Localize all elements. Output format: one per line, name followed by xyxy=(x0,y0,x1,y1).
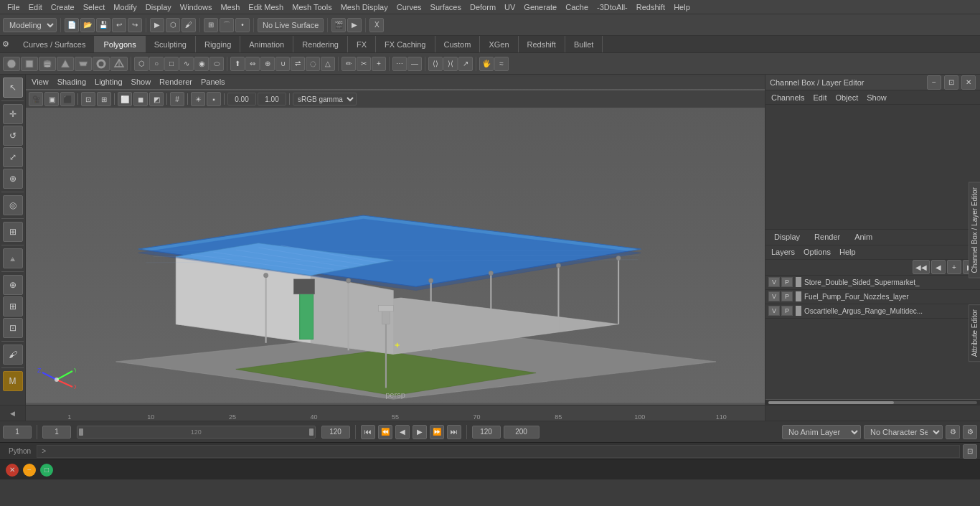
le-options-item[interactable]: Options xyxy=(801,248,834,256)
sculpt-icon[interactable]: 🖐 xyxy=(479,57,494,71)
vp-menu-shading[interactable]: Shading xyxy=(57,78,86,86)
tab-curves-surfaces[interactable]: Curves / Surfaces xyxy=(14,36,95,52)
go-start-button[interactable]: ⏮ xyxy=(361,425,375,439)
extrude-icon[interactable]: ⬆ xyxy=(230,57,245,71)
workspace-selector[interactable]: Modeling xyxy=(3,18,57,32)
platonic-icon[interactable] xyxy=(110,57,128,71)
layer-p-3[interactable]: P xyxy=(781,306,793,316)
undo-button[interactable]: ↩ xyxy=(112,18,126,32)
live-surface-label[interactable]: No Live Surface xyxy=(258,18,324,32)
new-scene-button[interactable]: 📄 xyxy=(65,18,79,32)
total-frame-field[interactable] xyxy=(504,426,540,439)
select-tool-button[interactable]: ▶ xyxy=(150,18,164,32)
play-forward-button[interactable]: ▶ xyxy=(413,425,427,439)
merge-icon[interactable]: ⊕ xyxy=(260,57,275,71)
smooth-icon[interactable]: ◌ xyxy=(306,57,320,71)
cylinder-icon[interactable] xyxy=(39,57,56,71)
range-right-handle[interactable] xyxy=(309,428,314,436)
cb-edit-item[interactable]: Edit xyxy=(810,93,829,102)
tab-rendering[interactable]: Rendering xyxy=(293,36,348,52)
custom-tool-3[interactable]: ⊡ xyxy=(3,318,23,338)
soccer-icon[interactable]: ◉ xyxy=(194,57,209,71)
snap-point-button[interactable]: • xyxy=(235,18,250,32)
anim-layer-selector[interactable]: No Anim Layer xyxy=(782,425,861,439)
extract-icon[interactable]: ↗ xyxy=(458,57,473,71)
range-left-handle[interactable] xyxy=(79,428,83,436)
menu-mesh-tools[interactable]: Mesh Tools xyxy=(288,0,336,14)
super-ellipse-icon[interactable]: ⬭ xyxy=(209,57,224,71)
vp-menu-panels[interactable]: Panels xyxy=(201,78,225,86)
python-input-bar[interactable]: > xyxy=(37,445,960,458)
move-tool[interactable]: ✛ xyxy=(3,104,23,124)
layer-row-1[interactable]: V P Store_Double_Sided_Supermarket_ xyxy=(765,276,980,290)
cut-icon[interactable]: ✂ xyxy=(357,57,371,71)
menu-help[interactable]: Help xyxy=(669,0,694,14)
connect-icon[interactable]: — xyxy=(407,57,422,71)
helix-icon[interactable]: ∿ xyxy=(179,57,194,71)
tab-animation[interactable]: Animation xyxy=(240,36,293,52)
ring-icon[interactable]: ○ xyxy=(149,57,164,71)
menu-deform[interactable]: Deform xyxy=(466,0,500,14)
attribute-editor-side-tab[interactable]: Attribute Editor xyxy=(969,304,980,362)
panel-minimize-icon[interactable]: − xyxy=(927,75,941,90)
render-button[interactable]: 🎬 xyxy=(331,18,346,32)
mirror-icon[interactable]: ⇌ xyxy=(291,57,305,71)
boolean-icon[interactable]: ∪ xyxy=(275,57,290,71)
separate-icon[interactable]: ⟩⟨ xyxy=(443,57,458,71)
paint-select-button[interactable]: 🖌 xyxy=(182,18,196,32)
start-frame-field[interactable] xyxy=(42,426,71,439)
frame-range-bar[interactable]: 120 xyxy=(77,426,316,439)
tab-fx[interactable]: FX xyxy=(348,36,376,52)
script-editor-button[interactable]: ⊡ xyxy=(963,444,977,459)
vp-texture-btn[interactable]: ◩ xyxy=(149,92,164,106)
cone-icon[interactable] xyxy=(57,57,74,71)
vp-smooth-btn[interactable]: ◼ xyxy=(133,92,148,106)
vp-camera-btn[interactable]: 🎥 xyxy=(29,92,43,106)
viewport[interactable]: View Shading Lighting Show Renderer Pane… xyxy=(26,75,765,405)
pencil-icon[interactable]: ✏ xyxy=(341,57,356,71)
vp-resolution-btn[interactable]: ⬛ xyxy=(60,92,75,106)
layer-add[interactable]: + xyxy=(947,260,961,274)
next-frame-button[interactable]: ⏩ xyxy=(430,425,444,439)
tab-custom[interactable]: Custom xyxy=(435,36,481,52)
scale-tool[interactable]: ⤢ xyxy=(3,147,23,167)
pipe-icon[interactable]: □ xyxy=(164,57,179,71)
disk-icon[interactable]: ⬡ xyxy=(134,57,149,71)
menu-create[interactable]: Create xyxy=(47,0,79,14)
menu-curves[interactable]: Curves xyxy=(392,0,426,14)
xgen-button[interactable]: X xyxy=(369,18,384,32)
le-layers-item[interactable]: Layers xyxy=(768,248,798,256)
vp-menu-show[interactable]: Show xyxy=(131,78,151,86)
vp-colorspace-select[interactable]: sRGB gamma xyxy=(293,93,357,106)
scene-options[interactable]: ⚙ xyxy=(963,425,977,439)
vp-translate-y[interactable] xyxy=(258,93,286,106)
layer-row-2[interactable]: V P Fuel_Pump_Four_Nozzles_layer xyxy=(765,290,980,304)
vp-grid-btn[interactable]: # xyxy=(170,92,184,106)
le-tab-anim[interactable]: Anim xyxy=(849,230,878,243)
cb-channels-item[interactable]: Channels xyxy=(768,93,807,102)
save-scene-button[interactable]: 💾 xyxy=(96,18,110,32)
tab-fx-caching[interactable]: FX Caching xyxy=(376,36,435,52)
menu-mesh[interactable]: Mesh xyxy=(216,0,244,14)
layer-prev[interactable]: ◀ xyxy=(931,260,946,274)
timeline-ruler[interactable]: 1 10 25 40 55 70 85 100 110 xyxy=(26,406,765,421)
maya-icon[interactable]: M xyxy=(3,371,23,391)
cube-icon[interactable] xyxy=(21,57,38,71)
cb-object-item[interactable]: Object xyxy=(832,93,861,102)
open-scene-button[interactable]: 📂 xyxy=(80,18,95,32)
play-back-button[interactable]: ◀ xyxy=(395,425,410,439)
vp-translate-x[interactable] xyxy=(227,93,256,106)
layer-scrollbar[interactable] xyxy=(765,399,980,405)
le-tab-render[interactable]: Render xyxy=(809,230,846,243)
snap-align-tool[interactable]: ⊞ xyxy=(3,222,23,242)
tab-bullet[interactable]: Bullet xyxy=(565,36,603,52)
layer-scroll-track[interactable] xyxy=(768,401,977,404)
panel-float-icon[interactable]: ⊡ xyxy=(944,75,958,90)
vp-component-btn[interactable]: ⊞ xyxy=(97,92,111,106)
menu-display[interactable]: Display xyxy=(141,0,176,14)
char-set-selector[interactable]: No Character Set xyxy=(864,425,943,439)
reduce-icon[interactable]: △ xyxy=(321,57,335,71)
tab-sculpting[interactable]: Sculpting xyxy=(146,36,196,52)
layer-v-2[interactable]: V xyxy=(768,291,780,301)
layer-v-1[interactable]: V xyxy=(768,277,780,287)
